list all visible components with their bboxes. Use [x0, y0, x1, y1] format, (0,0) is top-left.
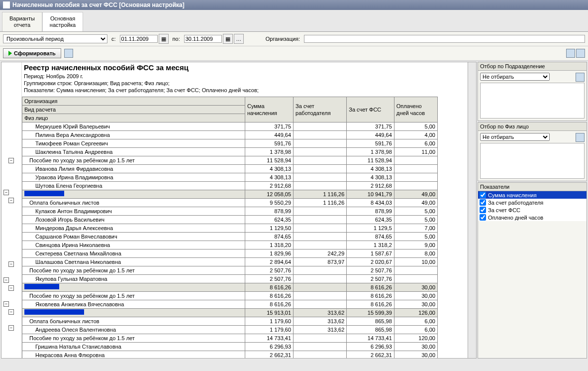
table-row[interactable]: Пособие по уходу за ребёнком до 1.5 лет2… [22, 266, 438, 275]
indicator-label: Сумма начисления [488, 192, 537, 198]
table-row[interactable]: Пилина Вера Александровна449,64449,644,0… [22, 131, 438, 139]
tree-toggle[interactable]: − [8, 158, 14, 163]
table-row[interactable]: 8 616,268 616,2630,00 [22, 283, 438, 292]
col-calc-type: Вид расчета [22, 106, 245, 114]
table-row[interactable]: Оплата больничных листов1 179,60313,6286… [22, 317, 438, 326]
col-sum: Сумма начисления [245, 97, 293, 123]
filter-person-panel: Отбор по Физ лицо Не отбирать [478, 122, 587, 181]
table-row[interactable]: Пособие по уходу за ребёнком до 1.5 лет1… [22, 334, 438, 343]
table-row[interactable]: Андреева Олеся Валентиновна1 179,60313,6… [22, 326, 438, 334]
table-row[interactable]: Шутова Елена Георгиевна2 912,682 912,68 [22, 182, 438, 190]
table-row[interactable]: Якупова Гульназ Маратовна2 507,762 507,7… [22, 275, 438, 283]
to-label: по: [173, 36, 180, 42]
window-title: Начисленные пособия за счет ФСС [Основна… [12, 1, 185, 8]
indicator-label: Оплачено дней часов [488, 215, 543, 221]
table-row[interactable]: Шаклеина Татьяна Андреевна1 378,981 378,… [22, 148, 438, 156]
report-table: Организация Сумма начисления За счет раб… [22, 97, 438, 358]
tree-toggle[interactable]: − [3, 277, 9, 283]
table-row[interactable]: Пособие по уходу за ребёнком до 1.5 лет8… [22, 292, 438, 300]
table-row[interactable]: Иванова Лилия Фирдависовна4 308,134 308,… [22, 165, 438, 173]
tree-toggle[interactable]: − [8, 198, 14, 203]
period-select[interactable]: Произвольный период [3, 34, 107, 43]
app-icon [3, 1, 10, 8]
tree-toggle[interactable]: − [3, 190, 9, 195]
indicator-label: За счет ФСС [488, 207, 520, 213]
tree-toggle[interactable]: − [8, 285, 14, 291]
col-fss: За счет ФСС [347, 97, 394, 123]
view-icon-2[interactable] [576, 49, 585, 58]
table-row[interactable]: Лозовой Игорь Васильевич624,35624,355,00 [22, 216, 438, 224]
org-label: Организация: [266, 36, 300, 42]
vertical-scrollbar[interactable] [468, 62, 476, 358]
tree-toggle[interactable]: − [8, 261, 14, 267]
table-row[interactable]: Яковлева Анжелика Вячеславовна8 616,268 … [22, 300, 438, 309]
generate-button[interactable]: Сформировать [3, 48, 61, 58]
title-bar: Начисленные пособия за счет ФСС [Основна… [0, 0, 588, 10]
filter-person-select[interactable]: Не отбирать [480, 133, 550, 141]
filter-department-list[interactable] [480, 83, 585, 119]
date-from-input[interactable] [120, 35, 158, 43]
date-to-picker-icon[interactable]: ▦ [223, 34, 233, 44]
form-tabs: Варианты отчета Основная настройка [0, 10, 588, 32]
filter-person-title: Отбор по Физ лицо [478, 123, 587, 131]
tree-toggle[interactable]: − [3, 301, 9, 307]
from-label: с: [111, 36, 116, 42]
filter-person-extra-icon[interactable] [576, 133, 585, 142]
table-row[interactable]: Кулаков Антон Владимирович878,99878,995,… [22, 207, 438, 216]
indicator-checkbox[interactable] [480, 214, 486, 221]
play-icon [8, 51, 12, 56]
table-row[interactable]: Некрасова Анна Флюровна2 662,312 662,313… [22, 351, 438, 359]
report-area: Реестр начисленных пособий ФСС за месяц … [22, 62, 468, 358]
col-organization: Организация [22, 97, 245, 106]
col-employer: За счет работодателя [294, 97, 347, 123]
indicator-checkbox[interactable] [480, 207, 486, 213]
report-title: Реестр начисленных пособий ФСС за месяц [22, 62, 468, 73]
table-row[interactable]: 12 058,051 116,2610 941,7949,00 [22, 190, 438, 199]
col-days: Оплачено дней часов [394, 97, 437, 123]
action-toolbar: Сформировать [0, 46, 588, 61]
period-toolbar: Произвольный период с: ▦ по: ▦ … Организ… [0, 32, 588, 46]
tab-variants[interactable]: Варианты отчета [2, 12, 42, 31]
tab-main-settings[interactable]: Основная настройка [42, 12, 83, 31]
indicator-item[interactable]: Сумма начисления [478, 191, 587, 199]
table-row[interactable]: Пособие по уходу за ребёнком до 1.5 лет1… [22, 156, 438, 165]
indicators-title: Показатели [478, 183, 587, 191]
indicators-panel: Показатели Сумма начисленияЗа счет работ… [478, 182, 587, 359]
filter-department-extra-icon[interactable] [576, 73, 585, 82]
tree-toggle[interactable]: − [8, 325, 14, 331]
table-row[interactable]: Саршанов Роман Вячеславович874,65874,655… [22, 233, 438, 241]
table-row[interactable]: Оплата больничных листов9 550,291 116,26… [22, 199, 438, 207]
indicator-label: За счет работодателя [488, 200, 543, 206]
table-row[interactable]: Шалашова Светлана Николаевна2 894,64873,… [22, 258, 438, 266]
settings-icon[interactable] [64, 49, 73, 58]
tree-toggle[interactable]: − [8, 309, 14, 315]
table-row[interactable]: Меркушев Юрий Валерьевич371,75371,755,00 [22, 123, 438, 131]
indicator-item[interactable]: Оплачено дней часов [478, 214, 587, 221]
tree-outline: −−−−−−−−−− [1, 62, 22, 358]
date-from-picker-icon[interactable]: ▦ [159, 34, 169, 44]
table-row[interactable]: Гришина Наталья Станиславовна6 296,936 2… [22, 343, 438, 351]
report-period: Период: Ноябрь 2009 г. [22, 73, 468, 80]
table-row[interactable]: Миндерова Дарья Алексеевна1 129,501 129,… [22, 224, 438, 233]
table-row[interactable]: Тимофеев Роман Сергеевич591,76591,766,00 [22, 139, 438, 148]
filter-department-select[interactable]: Не отбирать [480, 73, 550, 81]
organization-input[interactable] [304, 35, 585, 43]
indicator-item[interactable]: За счет ФСС [478, 206, 587, 214]
indicator-item[interactable]: За счет работодателя [478, 199, 587, 206]
report-indicators: Показатели: Сумма начисления; За счет ра… [22, 87, 468, 94]
date-extra-button[interactable]: … [234, 34, 244, 44]
table-row[interactable]: Свинцова Ирина Николаевна1 318,201 318,2… [22, 241, 438, 249]
col-person: Физ лицо [22, 114, 245, 123]
table-row[interactable]: Сектерева Светлана Михайловна1 829,96242… [22, 249, 438, 258]
date-to-input[interactable] [184, 35, 222, 43]
indicator-checkbox[interactable] [480, 199, 486, 206]
table-row[interactable]: 15 913,01313,6215 599,39126,00 [22, 309, 438, 317]
report-groupings: Группировки строк: Организация; Вид расч… [22, 80, 468, 87]
filter-department-title: Отбор по Подразделение [478, 62, 587, 71]
filter-person-list[interactable] [480, 143, 585, 179]
indicator-checkbox[interactable] [480, 192, 486, 198]
table-row[interactable]: Уракова Ирина Владимировна4 308,134 308,… [22, 173, 438, 182]
view-icon-1[interactable] [566, 49, 575, 58]
filter-department-panel: Отбор по Подразделение Не отбирать [478, 62, 587, 121]
